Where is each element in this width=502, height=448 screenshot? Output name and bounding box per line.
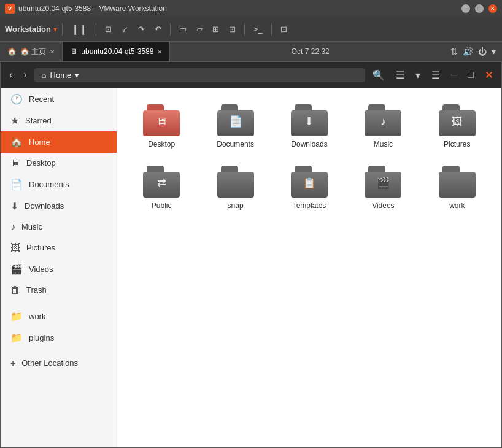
- sidebar-label-videos: Videos: [29, 265, 53, 274]
- downloads-icon: ⬇: [10, 200, 18, 212]
- sidebar-label-desktop: Desktop: [26, 158, 56, 168]
- back-button[interactable]: ‹: [6, 67, 16, 83]
- folder-videos[interactable]: 🎬Videos: [349, 160, 417, 216]
- system-tray: ⇅ 🔊 ⏻ ▾: [450, 42, 502, 61]
- folder-snap[interactable]: snap: [201, 160, 269, 216]
- folder-templates[interactable]: 📋Templates: [275, 160, 344, 216]
- search-button[interactable]: 🔍: [369, 67, 388, 83]
- folder-icon-templates: 📋: [291, 166, 328, 198]
- tab-vm[interactable]: 🖥 ubuntu20.04-qt5-3588 ✕: [63, 42, 170, 61]
- sidebar: 🕐 Recent ★ Starred 🏠 Home 🖥 Desktop 📄 Do…: [1, 88, 117, 447]
- home-tab-label: 🏠 主页: [20, 47, 46, 57]
- view-btn3[interactable]: ⊞: [209, 22, 223, 36]
- sidebar-item-videos[interactable]: 🎬 Videos: [1, 258, 117, 280]
- home-icon: 🏠: [10, 136, 23, 148]
- folder-icon-snap: [217, 166, 254, 198]
- folder-icon-documents: 📄: [217, 104, 254, 136]
- minimize-button[interactable]: –: [461, 4, 470, 13]
- folder-desktop[interactable]: 🖥Desktop: [127, 98, 196, 155]
- videos-icon: 🎬: [10, 263, 23, 275]
- desktop-icon: 🖥: [10, 158, 20, 169]
- screen-button[interactable]: ⊡: [277, 22, 291, 36]
- window-controls: – □ ✕: [461, 4, 497, 13]
- view-btn2[interactable]: ▱: [193, 22, 206, 36]
- vm-icon2: ↙: [122, 25, 128, 34]
- home-tab-icon: 🏠: [7, 47, 17, 56]
- folder-emblem-desktop: 🖥: [156, 115, 167, 128]
- close-button[interactable]: ✕: [488, 4, 497, 13]
- terminal-button[interactable]: >_: [250, 22, 266, 36]
- vm-btn1[interactable]: ⊡: [101, 22, 115, 36]
- other-locations-icon: +: [10, 358, 15, 368]
- tab-bar: 🏠 🏠 主页 ✕ 🖥 ubuntu20.04-qt5-3588 ✕ Oct 7 …: [0, 42, 502, 61]
- tray-menu-icon[interactable]: ▾: [492, 47, 496, 56]
- vm-btn3[interactable]: ↷: [134, 22, 149, 36]
- fm-close-button[interactable]: ✕: [481, 67, 496, 83]
- separator3: [170, 23, 171, 36]
- pause-icon: ❙❙: [71, 23, 87, 35]
- menu-button[interactable]: ☰: [428, 67, 444, 83]
- sidebar-item-downloads[interactable]: ⬇ Downloads: [1, 195, 117, 217]
- power-icon: ⏻: [478, 47, 487, 56]
- forward-button[interactable]: ›: [20, 67, 30, 83]
- folder-label-snap: snap: [228, 201, 244, 210]
- view-btn1[interactable]: ▭: [176, 22, 190, 36]
- location-bar[interactable]: ⌂ Home ▾: [34, 68, 366, 82]
- sidebar-item-music[interactable]: ♪ Music: [1, 217, 117, 238]
- sidebar-item-recent[interactable]: 🕐 Recent: [1, 88, 117, 110]
- sidebar-label-documents: Documents: [29, 180, 69, 189]
- sidebar-item-documents[interactable]: 📄 Documents: [1, 174, 117, 195]
- separator5: [271, 23, 272, 36]
- volume-icon: 🔊: [463, 47, 473, 56]
- location-chevron: ▾: [75, 71, 79, 80]
- maximize-button[interactable]: □: [475, 4, 484, 13]
- sidebar-item-pictures[interactable]: 🖼 Pictures: [1, 238, 117, 258]
- fm-minimize-button[interactable]: –: [447, 67, 460, 83]
- location-label: Home: [50, 71, 72, 80]
- sidebar-item-plugins[interactable]: 📁 plugins: [1, 327, 117, 349]
- view-list-button[interactable]: ☰: [392, 67, 408, 83]
- separator4: [244, 23, 245, 36]
- folder-downloads[interactable]: ⬇Downloads: [275, 98, 344, 155]
- folder-label-templates: Templates: [293, 201, 326, 210]
- separator2: [96, 23, 96, 36]
- folder-emblem-documents: 📄: [229, 115, 242, 128]
- sidebar-item-desktop[interactable]: 🖥 Desktop: [1, 153, 117, 174]
- folder-public[interactable]: ⇄Public: [127, 160, 196, 216]
- sidebar-label-other-locations: Other Locations: [21, 358, 78, 368]
- sidebar-label-home: Home: [29, 137, 50, 147]
- sidebar-item-other-locations[interactable]: + Other Locations: [1, 353, 117, 373]
- plugins-icon: 📁: [10, 332, 23, 344]
- pause-button[interactable]: ❙❙: [68, 21, 91, 37]
- sidebar-item-home[interactable]: 🏠 Home: [1, 131, 117, 153]
- sidebar-label-work: work: [29, 312, 45, 321]
- network-icon: ⇅: [450, 47, 458, 56]
- vm-tab-label: ubuntu20.04-qt5-3588: [81, 47, 153, 56]
- sidebar-item-starred[interactable]: ★ Starred: [1, 110, 117, 131]
- vm-btn4[interactable]: ↶: [151, 22, 165, 36]
- vmware-toolbar: Workstation ▾ ❙❙ ⊡ ↙ ↷ ↶ ▭ ▱ ⊞ ⊡ >_ ⊡: [0, 17, 502, 42]
- folder-documents[interactable]: 📄Documents: [201, 98, 269, 155]
- view-icon4: ⊡: [229, 25, 236, 34]
- pictures-icon: 🖼: [10, 242, 20, 253]
- tab-home[interactable]: 🏠 🏠 主页 ✕: [0, 42, 63, 61]
- folder-music[interactable]: ♪Music: [349, 98, 417, 155]
- vm-tab-close[interactable]: ✕: [157, 48, 162, 55]
- view-btn4[interactable]: ⊡: [225, 22, 239, 36]
- home-tab-close[interactable]: ✕: [50, 48, 55, 55]
- view-icon2: ▱: [196, 25, 203, 34]
- folder-icon-downloads: ⬇: [291, 104, 328, 136]
- view-dropdown-button[interactable]: ▾: [412, 67, 424, 83]
- vm-btn2[interactable]: ↙: [118, 22, 132, 36]
- folder-pictures[interactable]: 🖼Pictures: [423, 98, 492, 155]
- fm-restore-button[interactable]: □: [464, 67, 477, 83]
- vm-tab-icon: 🖥: [70, 47, 77, 56]
- window-title: ubuntu20.04-qt5-3588 – VMware Workstatio…: [18, 4, 458, 13]
- dropdown-arrow[interactable]: ▾: [53, 25, 57, 34]
- sidebar-item-work[interactable]: 📁 work: [1, 306, 117, 327]
- folder-icon-music: ♪: [365, 104, 401, 136]
- folder-icon-work: [439, 166, 476, 198]
- sidebar-label-pictures: Pictures: [26, 243, 55, 252]
- sidebar-item-trash[interactable]: 🗑 Trash: [1, 280, 117, 301]
- folder-work[interactable]: work: [423, 160, 492, 216]
